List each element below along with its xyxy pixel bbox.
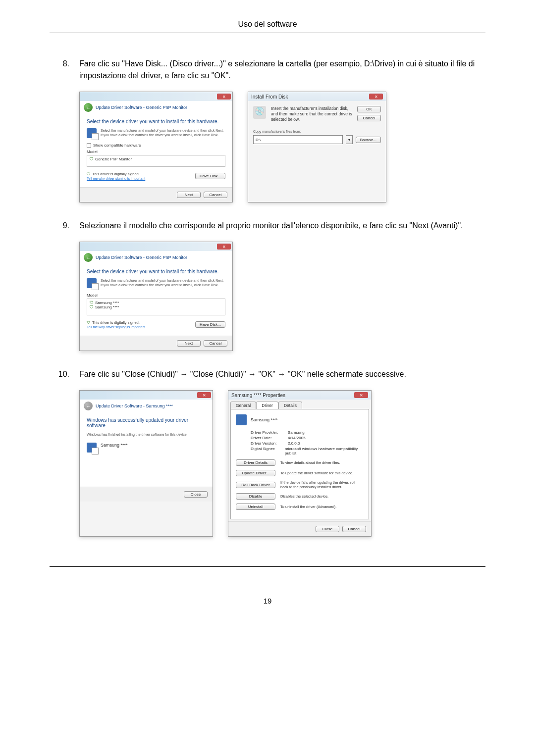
tab-details[interactable]: Details [278, 402, 302, 409]
uninstall-button[interactable]: Uninstall [236, 504, 275, 510]
step-8-text: Fare clic su "Have Disk... (Disco driver… [79, 58, 485, 82]
compat-checkbox[interactable] [87, 143, 91, 148]
back-icon: ← [84, 402, 93, 410]
step-10-text: Fare clic su "Close (Chiudi)" → "Close (… [79, 368, 485, 380]
monitor-icon [236, 414, 247, 425]
step-8-screenshots: ✕ ← Update Driver Software - Generic PnP… [79, 92, 485, 202]
disable-desc: Disables the selected device. [280, 494, 364, 499]
headline: Select the device driver you want to ins… [87, 119, 225, 124]
next-button[interactable]: Next [177, 340, 201, 347]
instruction-text: Insert the manufacturer's installation d… [271, 106, 352, 122]
step-10: 10. Fare clic su "Close (Chiudi)" → "Clo… [50, 368, 485, 380]
step-8-number: 8. [50, 58, 69, 82]
cancel-button[interactable]: Cancel [204, 192, 227, 198]
back-icon[interactable]: ← [84, 253, 93, 262]
disk-icon [253, 106, 266, 119]
ok-button[interactable]: OK [357, 106, 381, 112]
success-headline: Windows has successfully updated your dr… [87, 417, 206, 428]
copy-label: Copy manufacturer's files from: [253, 129, 381, 134]
nav-row: ← Update Driver Software - Generic PnP M… [80, 101, 232, 114]
shield-icon: 🛡 [90, 305, 94, 309]
titlebar: ✕ [80, 92, 232, 101]
shield-icon: 🛡 [90, 301, 94, 305]
uninstall-desc: To uninstall the driver (Advanced). [280, 504, 364, 509]
close-icon[interactable]: ✕ [217, 94, 231, 100]
cancel-button[interactable]: Cancel [342, 526, 366, 532]
signer-key: Digital Signer: [251, 447, 285, 455]
info-text: Select the manufacturer and model of you… [101, 128, 225, 137]
update-driver-desc: To update the driver software for this d… [280, 471, 364, 475]
compat-label: Show compatible hardware [93, 143, 141, 148]
driver-details-desc: To view details about the driver files. [280, 460, 364, 465]
wizard-icon [87, 278, 97, 288]
step-10-number: 10. [50, 368, 69, 380]
headline: Select the device driver you want to ins… [87, 269, 225, 274]
step-9-number: 9. [50, 220, 69, 232]
signed-text: 🛡This driver is digitally signed. [87, 320, 145, 325]
signing-link[interactable]: Tell me why driver signing is important [87, 177, 145, 180]
update-success-dialog: ✕ ← Update Driver Software - Samsung ***… [79, 390, 213, 537]
disable-button[interactable]: Disable [236, 493, 275, 500]
tab-strip: General Driver Details [228, 400, 371, 409]
nav-title: Update Driver Software - Generic PnP Mon… [96, 105, 187, 110]
close-icon[interactable]: ✕ [197, 392, 211, 398]
driver-details-button[interactable]: Driver Details [236, 459, 275, 466]
close-button[interactable]: Close [184, 491, 208, 498]
signed-text: 🛡This driver is digitally signed. [87, 172, 145, 176]
update-driver-dialog-havedisk: ✕ ← Update Driver Software - Generic PnP… [79, 92, 233, 202]
date-value: 4/14/2005 [288, 436, 306, 440]
dialog-title: Samsung **** Properties [231, 393, 285, 398]
version-key: Driver Version: [251, 441, 288, 446]
footer-divider [50, 566, 485, 567]
browse-button[interactable]: Browse... [356, 137, 381, 143]
version-value: 2.0.0.0 [288, 441, 300, 446]
tab-driver[interactable]: Driver [256, 402, 278, 409]
close-icon[interactable]: ✕ [217, 244, 231, 250]
back-icon[interactable]: ← [84, 103, 93, 112]
provider-value: Samsung [288, 430, 305, 435]
nav-title: Update Driver Software - Samsung **** [96, 403, 173, 408]
success-sub: Windows has finished installing the driv… [87, 432, 206, 437]
step-9-text: Selezionare il modello che corrisponde a… [79, 220, 485, 232]
roll-back-button[interactable]: Roll Back Driver [236, 482, 275, 488]
install-from-disk-dialog: Install From Disk ✕ Insert the manufactu… [248, 92, 386, 202]
model-list[interactable]: 🛡Samsung **** 🛡Samsung **** [87, 299, 225, 315]
close-button[interactable]: Close [316, 526, 339, 532]
provider-key: Driver Provider: [251, 430, 288, 435]
update-driver-dialog-select-model: ✕ ← Update Driver Software - Generic PnP… [79, 242, 233, 351]
next-button[interactable]: Next [177, 192, 201, 198]
nav-title: Update Driver Software - Generic PnP Mon… [96, 255, 187, 260]
model-label: Model [87, 293, 225, 298]
model-list[interactable]: 🛡Generic PnP Monitor [87, 155, 225, 167]
tab-general[interactable]: General [230, 402, 256, 409]
path-combobox[interactable]: D:\ [253, 135, 343, 144]
dialog-title: Install From Disk [251, 94, 288, 100]
chevron-down-icon[interactable]: ▾ [346, 135, 353, 144]
step-8: 8. Fare clic su "Have Disk... (Disco dri… [50, 58, 485, 82]
update-driver-button[interactable]: Update Driver... [236, 470, 275, 476]
shield-icon: 🛡 [90, 157, 94, 161]
titlebar: ✕ [80, 391, 213, 400]
signer-value: microsoft windows hardware compatibility… [285, 447, 364, 455]
device-name: Samsung **** [101, 443, 128, 448]
roll-back-desc: If the device fails after updating the d… [280, 480, 364, 489]
titlebar: ✕ [80, 242, 232, 251]
have-disk-button[interactable]: Have Disk... [195, 321, 225, 328]
device-name: Samsung **** [251, 417, 278, 422]
step-9: 9. Selezionare il modello che corrispond… [50, 220, 485, 232]
wizard-icon [87, 128, 97, 138]
step-9-screenshots: ✕ ← Update Driver Software - Generic PnP… [79, 242, 485, 351]
cancel-button[interactable]: Cancel [357, 115, 381, 121]
monitor-properties-dialog: Samsung **** Properties ✕ General Driver… [228, 390, 372, 537]
monitor-icon [87, 443, 97, 453]
close-icon[interactable]: ✕ [369, 94, 383, 100]
cancel-button[interactable]: Cancel [204, 340, 227, 347]
signing-link[interactable]: Tell me why driver signing is important [87, 325, 145, 329]
close-icon[interactable]: ✕ [354, 392, 368, 398]
model-label: Model [87, 150, 225, 154]
page-header: Uso del software [50, 20, 485, 33]
page-number: 19 [50, 597, 485, 605]
step-10-screenshots: ✕ ← Update Driver Software - Samsung ***… [79, 390, 485, 537]
info-text: Select the manufacturer and model of you… [101, 278, 225, 287]
have-disk-button[interactable]: Have Disk... [195, 173, 225, 179]
